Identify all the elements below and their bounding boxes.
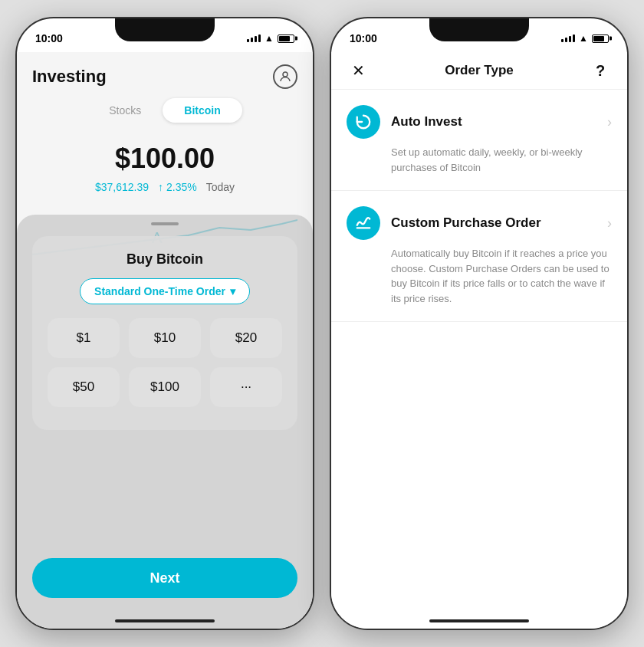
custom-order-description: Automatically buy Bitcoin if it reaches … <box>347 246 612 306</box>
tab-bitcoin[interactable]: Bitcoin <box>163 98 242 123</box>
right-signal-icon <box>561 34 575 42</box>
custom-order-option: Custom Purchase Order › Automatically bu… <box>331 191 627 322</box>
auto-invest-option: Auto Invest › Set up automatic daily, we… <box>331 90 627 191</box>
investing-title: Investing <box>32 67 107 87</box>
custom-order-left: Custom Purchase Order <box>347 206 541 240</box>
btc-price: $37,612.39 <box>95 181 149 193</box>
price-section: $100.00 $37,612.39 ↑ 2.35% Today <box>17 135 313 193</box>
right-status-icons: ▲ <box>561 33 609 44</box>
wifi-icon: ▲ <box>264 33 274 44</box>
right-phone: 10:00 ▲ ✕ Order Type ? <box>330 17 629 630</box>
right-home-indicator <box>429 619 529 622</box>
next-label: Next <box>150 570 179 586</box>
close-button[interactable]: ✕ <box>347 61 370 80</box>
amount-50[interactable]: $50 <box>48 367 120 407</box>
custom-order-row[interactable]: Custom Purchase Order › <box>347 206 612 240</box>
amount-more[interactable]: ··· <box>210 367 282 407</box>
amount-20[interactable]: $20 <box>210 318 282 358</box>
order-header: ✕ Order Type ? <box>331 52 627 90</box>
amount-1[interactable]: $1 <box>48 318 120 358</box>
order-type-button[interactable]: Standard One-Time Order ▾ <box>80 278 250 304</box>
signal-icon <box>247 34 261 42</box>
amount-10[interactable]: $10 <box>129 318 201 358</box>
tab-stocks[interactable]: Stocks <box>87 98 163 123</box>
amount-100[interactable]: $100 <box>129 367 201 407</box>
battery-icon <box>278 34 294 43</box>
profile-icon[interactable] <box>273 64 297 89</box>
chevron-down-icon: ▾ <box>230 285 235 297</box>
bottom-sheet: Buy Bitcoin Standard One-Time Order ▾ $1… <box>17 215 313 629</box>
custom-order-chevron: › <box>607 215 612 232</box>
sheet-title: Buy Bitcoin <box>48 251 282 268</box>
custom-order-label: Custom Purchase Order <box>391 215 541 231</box>
auto-invest-description: Set up automatic daily, weekly, or bi-we… <box>347 145 612 175</box>
right-content: ✕ Order Type ? Auto Invest <box>331 52 627 629</box>
amount-grid: $1 $10 $20 $50 $100 ··· <box>48 318 282 407</box>
svg-point-0 <box>283 72 288 77</box>
left-home-indicator <box>115 619 215 622</box>
notch <box>115 18 215 41</box>
auto-invest-label: Auto Invest <box>391 114 462 130</box>
sheet-inner: Buy Bitcoin Standard One-Time Order ▾ $1… <box>32 236 297 430</box>
auto-invest-icon <box>347 105 380 139</box>
right-time: 10:00 <box>350 32 377 44</box>
today-label: Today <box>206 181 235 193</box>
next-button[interactable]: Next <box>32 558 297 598</box>
phones-container: 10:00 ▲ Investing <box>0 0 644 647</box>
left-content: Investing Stocks Bitcoin $100.00 $37,612… <box>17 52 313 629</box>
sheet-handle <box>151 222 179 225</box>
price-meta: $37,612.39 ↑ 2.35% Today <box>32 181 297 193</box>
order-type-title: Order Type <box>445 63 513 78</box>
auto-invest-left: Auto Invest <box>347 105 462 139</box>
left-phone: 10:00 ▲ Investing <box>15 17 314 630</box>
left-time: 10:00 <box>35 32 63 44</box>
btc-change: ↑ 2.35% <box>158 181 197 193</box>
left-status-icons: ▲ <box>247 33 294 44</box>
auto-invest-row[interactable]: Auto Invest › <box>347 105 612 139</box>
right-wifi-icon: ▲ <box>579 33 588 44</box>
auto-invest-chevron: › <box>607 114 612 130</box>
main-price: $100.00 <box>32 143 297 175</box>
investing-header: Investing <box>17 52 313 98</box>
custom-order-icon <box>347 206 380 240</box>
tab-bar: Stocks Bitcoin <box>17 98 313 135</box>
right-notch <box>429 18 529 41</box>
right-battery-icon <box>592 34 609 43</box>
help-button[interactable]: ? <box>589 62 612 80</box>
order-type-label: Standard One-Time Order <box>94 285 225 297</box>
